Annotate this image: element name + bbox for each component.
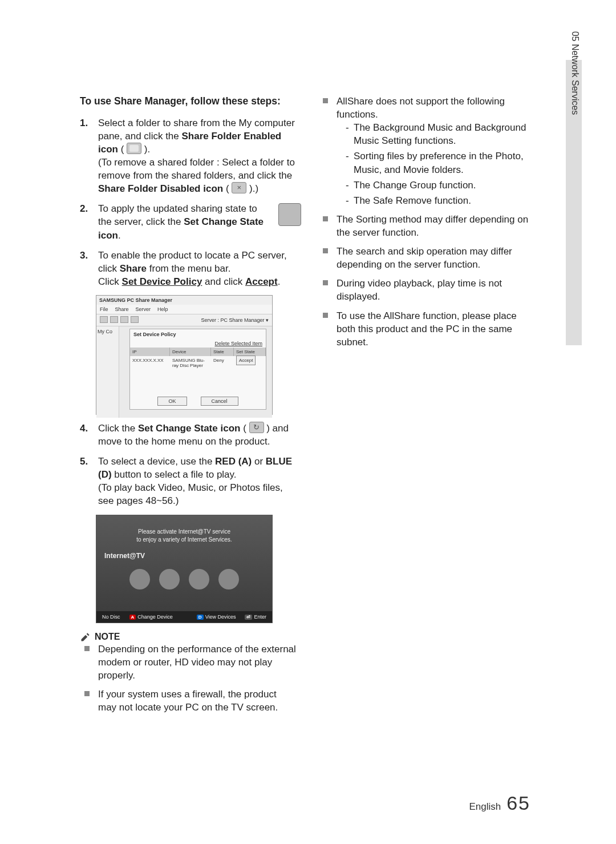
tv-service-icon — [218, 569, 239, 589]
set-change-state-icon — [278, 203, 301, 226]
note-icon — [80, 631, 91, 643]
step-3: To enable the product to locate a PC ser… — [80, 249, 297, 288]
note-bullet: If your system uses a firewall, the prod… — [83, 688, 297, 714]
note-heading: NOTE — [80, 631, 297, 643]
dash-bullet: The Background Music and Background Musi… — [346, 121, 535, 147]
note-bullet: During video playback, play time is not … — [322, 277, 535, 303]
tv-service-icon — [159, 569, 180, 589]
step-4: Click the Set Change State icon ( ) and … — [80, 422, 297, 448]
dash-bullet: The Safe Remove function. — [346, 194, 535, 207]
dialog-toolbar: Server : PC Share Manager ▾ — [96, 314, 272, 326]
page-number: 65 — [506, 792, 530, 814]
accept-button: Accept — [236, 356, 256, 365]
ok-button: OK — [157, 397, 187, 406]
note-bullet: Depending on the performance of the exte… — [83, 643, 297, 682]
chapter-tab-label: 05 Network Services — [570, 31, 580, 115]
dash-bullet: Sorting files by preference in the Photo… — [346, 150, 535, 176]
delete-selected-link: Delete Selected Item — [130, 340, 266, 348]
share-folder-disabled-icon — [232, 182, 246, 193]
note-bullet: AllShare does not support the following … — [322, 95, 535, 207]
step-1: Select a folder to share from the My com… — [80, 116, 297, 196]
step-2: To apply the updated sharing state to th… — [80, 202, 297, 241]
policy-table-row: XXX.XXX.X.XX SAMSUNG Blu-ray Disc Player… — [130, 356, 266, 370]
dialog-side: My Co — [96, 326, 119, 418]
set-change-state-icon-small — [249, 422, 264, 433]
section-heading: To use Share Manager, follow these steps… — [80, 95, 297, 108]
tv-service-icon — [129, 569, 150, 589]
dialog-menubar: File Share Server Help — [96, 305, 272, 314]
internet-tv-label: Internet@TV — [96, 548, 272, 563]
step-5: To select a device, use the RED (A) or B… — [80, 455, 297, 507]
footer-language: English — [469, 801, 501, 813]
page-footer: English 65 — [469, 792, 530, 814]
dash-bullet: The Change Group function. — [346, 179, 535, 192]
tv-service-icon — [189, 569, 209, 589]
dialog-title: SAMSUNG PC Share Manager — [96, 296, 272, 305]
note-bullet: The search and skip operation may differ… — [322, 245, 535, 271]
internet-tv-screenshot: Please activate Internet@TV service to e… — [96, 515, 273, 623]
note-bullet: The Sorting method may differ depending … — [322, 213, 535, 239]
share-folder-enabled-icon — [127, 143, 141, 154]
chapter-tab: 05 Network Services — [566, 60, 582, 345]
policy-table-head: IP Device State Set State — [130, 348, 266, 356]
cancel-button: Cancel — [201, 397, 238, 406]
tv-bottom-bar: No Disc AChange Device DView Devices ⏎En… — [96, 611, 272, 623]
note-bullet: To use the AllShare function, please pla… — [322, 309, 535, 349]
share-manager-dialog: SAMSUNG PC Share Manager File Share Serv… — [96, 295, 273, 415]
set-device-policy-popup: Set Device Policy Delete Selected Item I… — [129, 329, 266, 410]
